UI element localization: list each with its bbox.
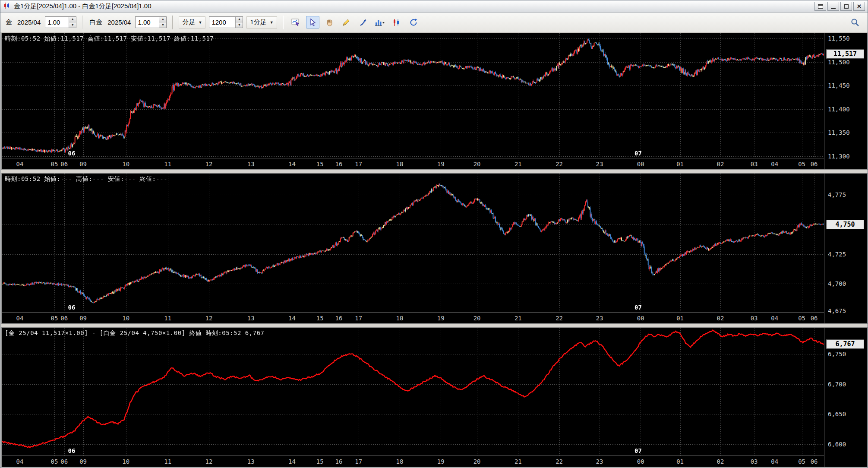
chart-cursor-button[interactable] <box>289 16 303 28</box>
date-marker: 07 <box>634 150 642 157</box>
close-button[interactable]: × <box>853 2 865 11</box>
x-axis-hour-label: 11 <box>164 458 171 465</box>
x-axis-hour-label: 18 <box>396 458 404 465</box>
y-axis-label: 11,550 <box>828 35 850 42</box>
platinum-multiplier-steppers[interactable]: ▲▼ <box>159 17 166 28</box>
spread-chart-panel: [金 25/04 11,517×1.00] - [白金 25/04 4,750×… <box>1 327 868 467</box>
last-price-badge: 4,750 <box>826 220 864 229</box>
y-axis-label: 6,750 <box>828 351 846 357</box>
x-axis-hour-label: 09 <box>79 458 87 465</box>
spread-plot-area[interactable]: [金 25/04 11,517×1.00] - [白金 25/04 4,750×… <box>2 328 824 455</box>
minimize-button[interactable] <box>827 2 839 11</box>
platinum-chart-canvas[interactable] <box>2 174 824 312</box>
x-axis-hour-label: 23 <box>596 161 603 168</box>
x-axis-hour-label: 18 <box>396 161 404 168</box>
x-axis-hour-label: 23 <box>596 315 603 322</box>
gold-contract-month[interactable]: 2025/04 <box>16 19 41 26</box>
y-axis-label: 11,450 <box>828 82 850 89</box>
last-price-badge: 6,767 <box>826 339 864 349</box>
spread-price-axis[interactable]: 6,7506,7006,6506,6006,767 <box>824 328 867 467</box>
maximize-button[interactable] <box>840 2 852 11</box>
x-axis-hour-label: 01 <box>676 161 684 168</box>
x-axis-hour-label: 05 <box>51 315 58 322</box>
close-icon: × <box>857 3 862 10</box>
timeframe-dropdown[interactable]: 1分足 ▼ <box>246 16 277 28</box>
float-window-button[interactable] <box>814 2 826 11</box>
x-axis-hour-label: 13 <box>247 161 255 168</box>
y-axis-label: 4,675 <box>828 307 846 314</box>
pointer-select-icon <box>308 18 317 27</box>
y-axis-label: 4,775 <box>828 191 846 198</box>
spinner-up-icon[interactable]: ▲ <box>69 17 76 22</box>
gold-price-axis[interactable]: 11,55011,50011,45011,40011,35011,30011,5… <box>824 33 867 169</box>
candle-style-button[interactable] <box>390 16 404 28</box>
platinum-plot-area[interactable]: 時刻:05:52 始値:--- 高値:--- 安値:--- 終値:--- 060… <box>2 174 824 312</box>
y-axis-label: 6,700 <box>828 381 846 388</box>
spread-time-axis[interactable]: 0405060910111213141516171819202122230001… <box>2 455 824 467</box>
x-axis-hour-label: 11 <box>164 161 171 168</box>
y-axis-label: 4,725 <box>828 251 846 258</box>
gold-time-axis[interactable]: 0405060910111213141516171819202122230001… <box>2 158 824 169</box>
x-axis-hour-label: 06 <box>811 161 818 168</box>
x-axis-hour-label: 11 <box>164 315 171 322</box>
date-marker: 06 <box>68 304 75 311</box>
gold-plot-area[interactable]: 時刻:05:52 始値:11,517 高値:11,517 安値:11,517 終… <box>2 33 824 158</box>
gold-multiplier-spinbox[interactable]: ▲▼ <box>45 16 76 28</box>
indicator-bars-button[interactable] <box>373 16 387 28</box>
x-axis-hour-label: 04 <box>771 161 778 168</box>
toolbar-separator <box>283 16 284 29</box>
zoom-button[interactable] <box>848 16 862 28</box>
window-title: 金1分足[2025/04]1.00 - 白金1分足[2025/04]1.00 <box>14 2 152 10</box>
pointer-select-button[interactable] <box>306 16 319 28</box>
spread-chart-canvas[interactable] <box>2 328 824 455</box>
x-axis-hour-label: 05 <box>51 458 58 465</box>
x-axis-hour-label: 16 <box>335 315 343 322</box>
x-axis-hour-label: 03 <box>751 161 758 168</box>
app-window: 金1分足[2025/04]1.00 - 白金1分足[2025/04]1.00 ×… <box>0 0 868 468</box>
x-axis-hour-label: 04 <box>16 315 23 322</box>
interval-type-dropdown[interactable]: 分足 ▼ <box>179 16 205 28</box>
platinum-time-axis[interactable]: 0405060910111213141516171819202122230001… <box>2 312 824 323</box>
gold-ohlc-readout: 時刻:05:52 始値:11,517 高値:11,517 安値:11,517 終… <box>5 35 214 43</box>
toolbar-separator <box>82 16 83 29</box>
x-axis-hour-label: 04 <box>16 161 23 168</box>
gold-chart-canvas[interactable] <box>2 33 824 158</box>
x-axis-hour-label: 12 <box>205 315 213 322</box>
x-axis-hour-label: 01 <box>676 458 684 465</box>
spinner-down-icon[interactable]: ▼ <box>159 22 166 28</box>
x-axis-hour-label: 10 <box>122 315 129 322</box>
bar-count-steppers[interactable]: ▲▼ <box>235 17 243 28</box>
chevron-down-icon: ▼ <box>270 20 274 25</box>
draw-brush-button[interactable] <box>357 16 370 28</box>
gold-multiplier-input[interactable] <box>45 17 69 28</box>
platinum-chart-panel: 時刻:05:52 始値:--- 高値:--- 安値:--- 終値:--- 060… <box>1 173 868 324</box>
x-axis-hour-label: 05 <box>51 161 58 168</box>
platinum-multiplier-spinbox[interactable]: ▲▼ <box>135 16 167 28</box>
pan-hand-button[interactable] <box>323 16 336 28</box>
minimize-icon <box>831 8 836 9</box>
spread-formula-readout: [金 25/04 11,517×1.00] - [白金 25/04 4,750×… <box>5 329 265 337</box>
refresh-icon <box>409 18 418 27</box>
spinner-up-icon[interactable]: ▲ <box>236 17 243 22</box>
chart-cursor-icon <box>291 18 300 27</box>
x-axis-hour-label: 21 <box>514 315 522 322</box>
platinum-price-axis[interactable]: 4,7754,7254,7004,6754,750 <box>824 174 867 323</box>
x-axis-hour-label: 21 <box>514 161 522 168</box>
platinum-multiplier-input[interactable] <box>136 17 159 28</box>
gold-multiplier-steppers[interactable]: ▲▼ <box>69 17 76 28</box>
draw-pencil-button[interactable] <box>340 16 353 28</box>
platinum-contract-month[interactable]: 2025/04 <box>107 19 132 26</box>
indicator-bars-icon <box>375 18 385 27</box>
x-axis-hour-label: 13 <box>247 315 255 322</box>
x-axis-hour-label: 20 <box>473 458 481 465</box>
refresh-button[interactable] <box>407 16 420 28</box>
spinner-down-icon[interactable]: ▼ <box>236 22 243 28</box>
bar-count-spinbox[interactable]: ▲▼ <box>209 16 243 28</box>
spinner-down-icon[interactable]: ▼ <box>69 22 76 28</box>
spinner-up-icon[interactable]: ▲ <box>159 17 166 22</box>
x-axis-hour-label: 12 <box>205 161 213 168</box>
bar-count-input[interactable] <box>209 17 235 28</box>
x-axis-hour-label: 02 <box>717 161 724 168</box>
x-axis-hour-label: 16 <box>335 161 343 168</box>
platinum-symbol-label: 白金 <box>88 18 103 26</box>
